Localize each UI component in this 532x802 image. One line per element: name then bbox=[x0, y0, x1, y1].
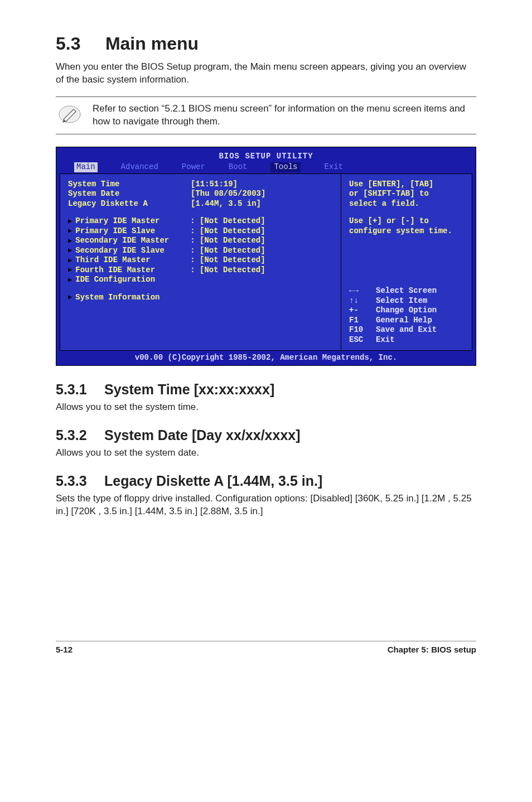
nav-key: F10 bbox=[349, 325, 376, 335]
note-box: Refer to section “5.2.1 BIOS menu screen… bbox=[56, 96, 476, 134]
submenu-third-ide-master: Third IDE Master bbox=[75, 255, 190, 265]
submenu-fourth-ide-master-val: : [Not Detected] bbox=[190, 265, 265, 276]
tab-power: Power bbox=[182, 162, 205, 172]
submenu-secondary-ide-master-val: : [Not Detected] bbox=[190, 236, 265, 246]
submenu-primary-ide-master: Primary IDE Master bbox=[75, 216, 190, 226]
nav-key: F1 bbox=[349, 316, 376, 326]
subsection-body: Sets the type of floppy drive installed.… bbox=[56, 492, 476, 518]
bios-left-pane: System Time[11:51:19] System Date[Thu 08… bbox=[60, 173, 341, 351]
row-legacy-diskette-label: Legacy Diskette A bbox=[68, 199, 191, 209]
note-text: Refer to section “5.2.1 BIOS menu screen… bbox=[93, 103, 476, 128]
submenu-fourth-ide-master: Fourth IDE Master bbox=[75, 265, 190, 276]
nav-key: ←→ bbox=[349, 286, 376, 296]
bios-menubar: Main Advanced Power Boot Tools Exit bbox=[60, 162, 472, 172]
row-legacy-diskette-value: [1.44M, 3.5 in] bbox=[191, 199, 333, 209]
chapter-title: BIOS setup bbox=[431, 645, 476, 654]
bios-nav-hints: ←→Select Screen ↑↓Select Item +-Change O… bbox=[349, 286, 464, 345]
subsection-heading: 5.3.2 System Date [Day xx/xx/xxxx] bbox=[56, 427, 476, 443]
row-system-time-label: System Time bbox=[68, 180, 191, 190]
submenu-primary-ide-slave: Primary IDE Slave bbox=[75, 226, 190, 236]
submenu-secondary-ide-slave-val: : [Not Detected] bbox=[190, 246, 265, 256]
tab-main: Main bbox=[74, 162, 98, 172]
chapter-prefix: Chapter 5: bbox=[388, 645, 431, 654]
bios-right-pane: Use [ENTER], [TAB] or [SHIFT-TAB] to sel… bbox=[341, 173, 472, 351]
subsection-title: System Date [Day xx/xx/xxxx] bbox=[104, 427, 301, 443]
section-heading: 5.3 Main menu bbox=[56, 33, 476, 54]
nav-text: Select Screen bbox=[376, 286, 437, 296]
submenu-third-ide-master-val: : [Not Detected] bbox=[190, 255, 265, 265]
chevron-right-icon: ▶ bbox=[68, 237, 72, 245]
chevron-right-icon: ▶ bbox=[68, 266, 72, 274]
chevron-right-icon: ▶ bbox=[68, 227, 72, 235]
row-system-date-label: System Date bbox=[68, 189, 191, 199]
section-number: 5.3 bbox=[56, 33, 100, 54]
chevron-right-icon: ▶ bbox=[68, 247, 72, 255]
bios-help-line: Use [ENTER], [TAB] bbox=[349, 180, 464, 190]
submenu-primary-ide-master-val: : [Not Detected] bbox=[190, 216, 265, 226]
chevron-right-icon: ▶ bbox=[68, 293, 72, 302]
submenu-ide-configuration: IDE Configuration bbox=[75, 275, 190, 285]
submenu-secondary-ide-master: Secondary IDE Master bbox=[75, 236, 190, 246]
chapter-label: Chapter 5: BIOS setup bbox=[388, 645, 476, 654]
tab-advanced: Advanced bbox=[121, 162, 158, 172]
nav-text: Select Item bbox=[376, 296, 427, 306]
page-number: 5-12 bbox=[56, 645, 72, 654]
bios-footer: v00.00 (C)Copyright 1985-2002, American … bbox=[60, 351, 472, 365]
page-footer: 5-12 Chapter 5: BIOS setup bbox=[56, 641, 476, 654]
section-title-text: Main menu bbox=[105, 33, 199, 54]
row-system-date-value: [Thu 08/05/2003] bbox=[191, 189, 333, 199]
row-system-time-value: [11:51:19] bbox=[191, 180, 333, 190]
subsection-body: Allows you to set the system date. bbox=[56, 447, 476, 460]
nav-text: Save and Exit bbox=[376, 325, 437, 335]
nav-key: +- bbox=[349, 306, 376, 316]
subsection-heading: 5.3.1 System Time [xx:xx:xxxx] bbox=[56, 381, 476, 398]
submenu-primary-ide-slave-val: : [Not Detected] bbox=[190, 226, 265, 236]
subsection-body: Allows you to set the system time. bbox=[56, 401, 476, 414]
bios-screenshot: BIOS SETUP UTILITY Main Advanced Power B… bbox=[56, 147, 476, 366]
nav-key: ↑↓ bbox=[349, 296, 376, 306]
subsection-number: 5.3.1 bbox=[56, 381, 100, 398]
bios-help-line: configure system time. bbox=[349, 226, 464, 236]
subsection-heading: 5.3.3 Legacy Diskette A [1.44M, 3.5 in.] bbox=[56, 473, 476, 489]
bios-help-line: Use [+] or [-] to bbox=[349, 216, 464, 226]
bios-help-line: select a field. bbox=[349, 199, 464, 209]
chevron-right-icon: ▶ bbox=[68, 257, 72, 265]
submenu-secondary-ide-slave: Secondary IDE Slave bbox=[75, 246, 190, 256]
submenu-system-information: System Information bbox=[75, 293, 190, 303]
subsection-number: 5.3.2 bbox=[56, 427, 100, 443]
nav-text: General Help bbox=[376, 316, 432, 326]
nav-text: Exit bbox=[376, 335, 395, 345]
pencil-icon bbox=[58, 103, 81, 126]
tab-tools: Tools bbox=[270, 162, 301, 172]
intro-paragraph: When you enter the BIOS Setup program, t… bbox=[56, 61, 476, 86]
tab-boot: Boot bbox=[229, 162, 248, 172]
subsection-title: Legacy Diskette A [1.44M, 3.5 in.] bbox=[104, 473, 322, 489]
nav-key: ESC bbox=[349, 335, 376, 345]
subsection-number: 5.3.3 bbox=[56, 473, 100, 489]
bios-help-line: or [SHIFT-TAB] to bbox=[349, 189, 464, 199]
tab-exit: Exit bbox=[324, 162, 343, 172]
chevron-right-icon: ▶ bbox=[68, 276, 72, 284]
nav-text: Change Option bbox=[376, 306, 437, 316]
bios-title: BIOS SETUP UTILITY bbox=[60, 152, 472, 162]
subsection-title: System Time [xx:xx:xxxx] bbox=[104, 381, 274, 397]
chevron-right-icon: ▶ bbox=[68, 218, 72, 226]
